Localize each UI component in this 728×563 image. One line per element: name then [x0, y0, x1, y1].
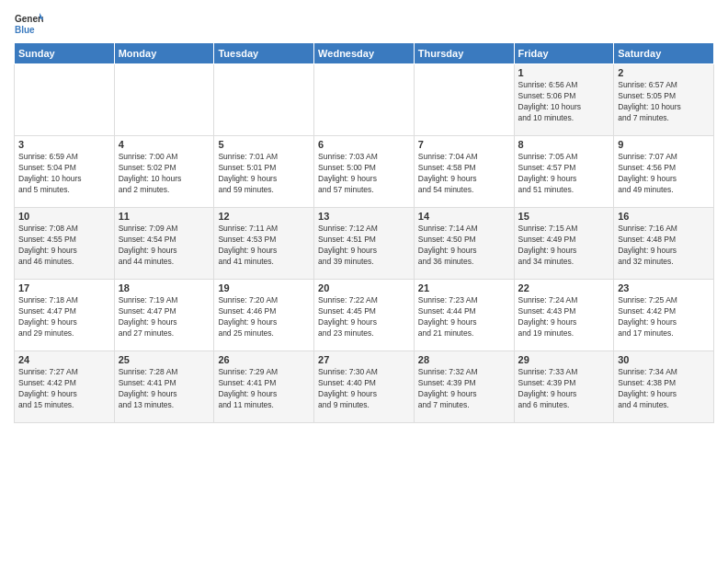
calendar-cell: 19Sunrise: 7:20 AM Sunset: 4:46 PM Dayli… [214, 280, 314, 351]
day-info: Sunrise: 7:01 AM Sunset: 5:01 PM Dayligh… [218, 152, 310, 196]
day-info: Sunrise: 7:19 AM Sunset: 4:47 PM Dayligh… [119, 295, 210, 339]
calendar-cell: 8Sunrise: 7:05 AM Sunset: 4:57 PM Daylig… [514, 136, 614, 208]
day-number: 24 [18, 354, 110, 365]
calendar-cell: 26Sunrise: 7:29 AM Sunset: 4:41 PM Dayli… [214, 351, 314, 423]
header: General Blue [14, 9, 714, 39]
calendar-cell [414, 64, 514, 136]
calendar-cell: 12Sunrise: 7:11 AM Sunset: 4:53 PM Dayli… [214, 208, 314, 280]
day-number: 13 [318, 211, 410, 222]
calendar-cell: 20Sunrise: 7:22 AM Sunset: 4:45 PM Dayli… [314, 280, 415, 351]
day-info: Sunrise: 7:20 AM Sunset: 4:46 PM Dayligh… [218, 295, 310, 339]
day-number: 18 [119, 282, 210, 293]
header-monday: Monday [114, 43, 214, 64]
calendar-cell: 5Sunrise: 7:01 AM Sunset: 5:01 PM Daylig… [214, 136, 314, 208]
calendar-cell: 18Sunrise: 7:19 AM Sunset: 4:47 PM Dayli… [114, 280, 214, 351]
day-number: 22 [518, 282, 610, 293]
calendar-cell: 24Sunrise: 7:27 AM Sunset: 4:42 PM Dayli… [15, 351, 115, 423]
day-info: Sunrise: 7:12 AM Sunset: 4:51 PM Dayligh… [318, 224, 410, 268]
header-thursday: Thursday [414, 43, 514, 64]
calendar-cell: 23Sunrise: 7:25 AM Sunset: 4:42 PM Dayli… [614, 280, 714, 351]
day-number: 25 [119, 354, 210, 365]
calendar-cell: 27Sunrise: 7:30 AM Sunset: 4:40 PM Dayli… [314, 351, 415, 423]
svg-text:General: General [15, 14, 43, 24]
day-number: 20 [318, 282, 410, 293]
day-number: 19 [218, 282, 310, 293]
day-number: 7 [418, 139, 510, 150]
calendar-cell: 29Sunrise: 7:33 AM Sunset: 4:39 PM Dayli… [514, 351, 614, 423]
calendar-cell: 13Sunrise: 7:12 AM Sunset: 4:51 PM Dayli… [314, 208, 415, 280]
day-info: Sunrise: 7:04 AM Sunset: 4:58 PM Dayligh… [418, 152, 510, 196]
day-number: 27 [318, 354, 410, 365]
day-info: Sunrise: 7:00 AM Sunset: 5:02 PM Dayligh… [119, 152, 210, 196]
calendar-cell: 30Sunrise: 7:34 AM Sunset: 4:38 PM Dayli… [614, 351, 714, 423]
day-info: Sunrise: 7:34 AM Sunset: 4:38 PM Dayligh… [618, 367, 710, 411]
header-sunday: Sunday [15, 43, 115, 64]
day-info: Sunrise: 7:33 AM Sunset: 4:39 PM Dayligh… [518, 367, 610, 411]
logo: General Blue [14, 9, 43, 39]
calendar-cell: 2Sunrise: 6:57 AM Sunset: 5:05 PM Daylig… [614, 64, 714, 136]
day-info: Sunrise: 6:59 AM Sunset: 5:04 PM Dayligh… [18, 152, 110, 196]
calendar-cell [114, 64, 214, 136]
week-row-1: 3Sunrise: 6:59 AM Sunset: 5:04 PM Daylig… [15, 136, 714, 208]
calendar-cell: 3Sunrise: 6:59 AM Sunset: 5:04 PM Daylig… [15, 136, 115, 208]
calendar-cell [314, 64, 415, 136]
week-row-3: 17Sunrise: 7:18 AM Sunset: 4:47 PM Dayli… [15, 280, 714, 351]
page-container: General Blue SundayMondayTuesdayWednesda… [0, 0, 728, 428]
day-number: 29 [518, 354, 610, 365]
header-wednesday: Wednesday [314, 43, 415, 64]
day-number: 17 [18, 282, 110, 293]
day-number: 1 [518, 67, 610, 78]
day-number: 26 [218, 354, 310, 365]
calendar-cell: 28Sunrise: 7:32 AM Sunset: 4:39 PM Dayli… [414, 351, 514, 423]
day-number: 16 [618, 211, 710, 222]
day-info: Sunrise: 7:24 AM Sunset: 4:43 PM Dayligh… [518, 295, 610, 339]
day-number: 5 [218, 139, 310, 150]
day-info: Sunrise: 7:27 AM Sunset: 4:42 PM Dayligh… [18, 367, 110, 411]
week-row-2: 10Sunrise: 7:08 AM Sunset: 4:55 PM Dayli… [15, 208, 714, 280]
calendar-cell: 11Sunrise: 7:09 AM Sunset: 4:54 PM Dayli… [114, 208, 214, 280]
calendar-cell: 25Sunrise: 7:28 AM Sunset: 4:41 PM Dayli… [114, 351, 214, 423]
day-number: 4 [119, 139, 210, 150]
day-number: 28 [418, 354, 510, 365]
day-info: Sunrise: 7:09 AM Sunset: 4:54 PM Dayligh… [119, 224, 210, 268]
day-number: 12 [218, 211, 310, 222]
svg-text:Blue: Blue [15, 25, 35, 35]
day-info: Sunrise: 7:11 AM Sunset: 4:53 PM Dayligh… [218, 224, 310, 268]
calendar-cell: 21Sunrise: 7:23 AM Sunset: 4:44 PM Dayli… [414, 280, 514, 351]
calendar-cell: 14Sunrise: 7:14 AM Sunset: 4:50 PM Dayli… [414, 208, 514, 280]
day-number: 14 [418, 211, 510, 222]
day-number: 30 [618, 354, 710, 365]
day-info: Sunrise: 6:57 AM Sunset: 5:05 PM Dayligh… [618, 80, 710, 124]
header-row: SundayMondayTuesdayWednesdayThursdayFrid… [15, 43, 714, 64]
calendar-cell: 4Sunrise: 7:00 AM Sunset: 5:02 PM Daylig… [114, 136, 214, 208]
logo-svg: General Blue [14, 9, 43, 39]
calendar-cell [214, 64, 314, 136]
header-saturday: Saturday [614, 43, 714, 64]
day-number: 10 [18, 211, 110, 222]
day-number: 9 [618, 139, 710, 150]
day-number: 15 [518, 211, 610, 222]
day-info: Sunrise: 7:30 AM Sunset: 4:40 PM Dayligh… [318, 367, 410, 411]
day-info: Sunrise: 7:14 AM Sunset: 4:50 PM Dayligh… [418, 224, 510, 268]
day-number: 6 [318, 139, 410, 150]
day-info: Sunrise: 7:23 AM Sunset: 4:44 PM Dayligh… [418, 295, 510, 339]
day-info: Sunrise: 7:28 AM Sunset: 4:41 PM Dayligh… [119, 367, 210, 411]
day-number: 3 [18, 139, 110, 150]
header-tuesday: Tuesday [214, 43, 314, 64]
day-info: Sunrise: 7:15 AM Sunset: 4:49 PM Dayligh… [518, 224, 610, 268]
calendar-cell: 17Sunrise: 7:18 AM Sunset: 4:47 PM Dayli… [15, 280, 115, 351]
day-number: 2 [618, 67, 710, 78]
day-info: Sunrise: 7:29 AM Sunset: 4:41 PM Dayligh… [218, 367, 310, 411]
calendar-cell: 9Sunrise: 7:07 AM Sunset: 4:56 PM Daylig… [614, 136, 714, 208]
day-number: 21 [418, 282, 510, 293]
calendar-cell: 15Sunrise: 7:15 AM Sunset: 4:49 PM Dayli… [514, 208, 614, 280]
calendar-cell: 6Sunrise: 7:03 AM Sunset: 5:00 PM Daylig… [314, 136, 415, 208]
day-info: Sunrise: 7:18 AM Sunset: 4:47 PM Dayligh… [18, 295, 110, 339]
calendar-cell: 1Sunrise: 6:56 AM Sunset: 5:06 PM Daylig… [514, 64, 614, 136]
day-info: Sunrise: 7:22 AM Sunset: 4:45 PM Dayligh… [318, 295, 410, 339]
day-info: Sunrise: 6:56 AM Sunset: 5:06 PM Dayligh… [518, 80, 610, 124]
day-info: Sunrise: 7:16 AM Sunset: 4:48 PM Dayligh… [618, 224, 710, 268]
calendar-cell: 7Sunrise: 7:04 AM Sunset: 4:58 PM Daylig… [414, 136, 514, 208]
week-row-0: 1Sunrise: 6:56 AM Sunset: 5:06 PM Daylig… [15, 64, 714, 136]
week-row-4: 24Sunrise: 7:27 AM Sunset: 4:42 PM Dayli… [15, 351, 714, 423]
